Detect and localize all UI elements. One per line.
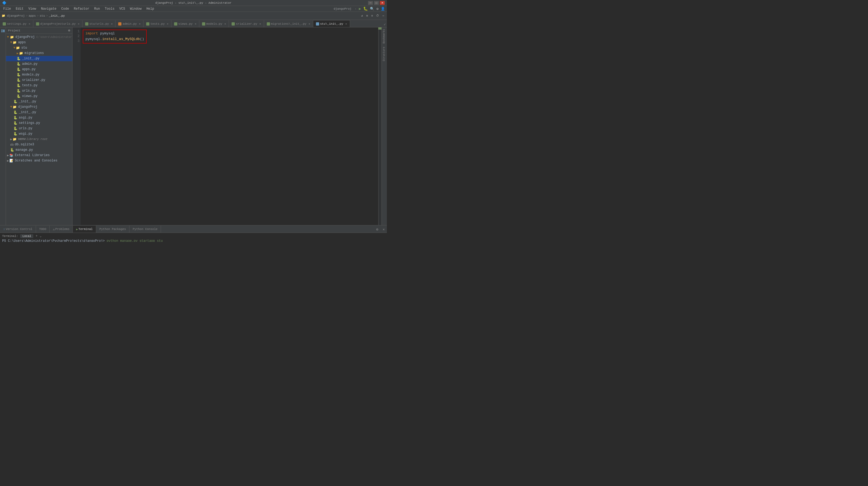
- tree-item-stu[interactable]: ▼ 📁 stu: [6, 45, 72, 51]
- menu-window[interactable]: Window: [128, 6, 144, 11]
- close-button[interactable]: ✕: [380, 1, 385, 5]
- problems-icon: ⚠: [53, 227, 55, 231]
- run-icon[interactable]: ▶: [358, 6, 362, 11]
- tab-migrations-init[interactable]: migrations\_init_.py ✕: [264, 20, 313, 27]
- tab-label-srializer: srializer.py: [236, 22, 257, 26]
- tab-close-models[interactable]: ✕: [224, 22, 226, 26]
- tab-stu-init[interactable]: stu\_init_.py ✕: [313, 20, 350, 27]
- menu-vcs[interactable]: VCS: [117, 6, 127, 11]
- tab-admin[interactable]: admin.py ✕: [116, 20, 144, 27]
- tree-item-root[interactable]: ▼ 📁 djangoProj C:\Users\Administrator\Py…: [6, 34, 72, 40]
- editor-content[interactable]: import pymysql pymysql.install_as_MySQLd…: [81, 27, 381, 225]
- settings-bottom-icon[interactable]: ⚙: [374, 226, 380, 233]
- tab-close-migrationsInit[interactable]: ✕: [309, 22, 310, 26]
- window-title: djangoProj - stu\_init\_.py - Administra…: [155, 1, 231, 5]
- tree-item-tests-py[interactable]: 🐍 tests.py: [6, 83, 72, 88]
- tree-item-models-py[interactable]: 🐍 models.py: [6, 72, 72, 78]
- menu-tools[interactable]: Tools: [103, 6, 117, 11]
- tree-item-init-py[interactable]: 🐍 _init_.py: [6, 56, 72, 61]
- tree-item-apps-py[interactable]: 🐍 apps.py: [6, 67, 72, 72]
- toolbar-diff[interactable]: ≊: [365, 14, 369, 18]
- tab-close-projecturls[interactable]: ✕: [78, 22, 80, 26]
- tab-python-packages[interactable]: Python Packages: [96, 226, 129, 233]
- tab-python-console[interactable]: Python Console: [129, 226, 161, 233]
- editor-area[interactable]: 1 2 3 import pymysql pymysql.install_as_…: [72, 27, 381, 225]
- tab-models[interactable]: models.py ✕: [199, 20, 229, 27]
- tab-label-todo: TODO: [39, 227, 46, 231]
- bookmarks-tab[interactable]: Bookmarks: [382, 27, 387, 45]
- tree-item-views-py[interactable]: 🐍 views.py: [6, 93, 72, 99]
- window-controls[interactable]: ─ □ ✕: [368, 1, 385, 5]
- user-icon[interactable]: 👤: [380, 7, 386, 11]
- settings-icon[interactable]: ⚙: [376, 7, 379, 11]
- menu-edit[interactable]: Edit: [14, 6, 26, 11]
- tree-item-migrations[interactable]: ▶ 📁 migrations: [6, 51, 72, 56]
- tab-project-urls[interactable]: djangoProjecturls.py ✕: [33, 20, 83, 27]
- bottom-tabs: ↕ Version Control TODO ⚠ Problems ▶ Term…: [0, 225, 387, 233]
- menu-run[interactable]: Run: [92, 6, 102, 11]
- close-bottom-icon[interactable]: ✕: [380, 226, 387, 233]
- tab-stu-urls[interactable]: stu/urls.py ✕: [83, 20, 116, 27]
- tab-close-settings[interactable]: ✕: [29, 22, 30, 26]
- terminal-content[interactable]: Terminal: Local + ⌄ PS C:\Users\Administ…: [0, 233, 387, 242]
- tree-item-admin-py[interactable]: 🐍 admin.py: [6, 61, 72, 67]
- tree-item-db-sqlite3[interactable]: 🗃 db.sqlite3: [6, 142, 72, 147]
- toolbar-history[interactable]: ⏱: [375, 14, 380, 18]
- tab-close-srializer[interactable]: ✕: [259, 22, 261, 26]
- project-panel-icon[interactable]: [1, 28, 5, 33]
- terminal-down-icon[interactable]: ⌄: [40, 234, 42, 238]
- maximize-button[interactable]: □: [374, 1, 379, 5]
- menu-refactor[interactable]: Refactor: [72, 6, 92, 11]
- external-libs-expand-icon: ▶: [7, 153, 9, 157]
- minimize-button[interactable]: ─: [368, 1, 373, 5]
- tree-item-srializer-py[interactable]: 🐍 srializer.py: [6, 78, 72, 83]
- tab-srializer[interactable]: srializer.py ✕: [229, 20, 264, 27]
- tree-item-urls-py[interactable]: 🐍 urls.py: [6, 88, 72, 93]
- menu-file[interactable]: File: [1, 6, 13, 11]
- tree-item-manage-py[interactable]: 🐍 manage.py: [6, 147, 72, 153]
- tree-item-proj-urls[interactable]: 🐍 urls.py: [6, 126, 72, 131]
- tree-item-djangoproj-pkg[interactable]: ▼ 📁 djangoProj: [6, 104, 72, 110]
- tree-item-stu-init[interactable]: 🐍 _init_.py: [6, 99, 72, 104]
- structure-tab[interactable]: Structure: [382, 45, 387, 63]
- tab-close-admin[interactable]: ✕: [139, 22, 141, 26]
- tree-item-venv[interactable]: ▶ 📁 venv library root: [6, 136, 72, 142]
- right-gutter: [378, 27, 381, 225]
- right-sidebar: Bookmarks Structure: [381, 27, 387, 225]
- menu-help[interactable]: Help: [144, 6, 156, 11]
- debug-icon[interactable]: 🐛: [363, 6, 369, 11]
- toolbar-revert[interactable]: ↺: [360, 14, 364, 18]
- tab-version-control[interactable]: ↕ Version Control: [0, 226, 36, 233]
- tree-item-external-libs[interactable]: ▶ 📚 External Libraries: [6, 153, 72, 158]
- scratches-icon: 📝: [9, 159, 13, 163]
- terminal-local-badge[interactable]: Local: [20, 234, 33, 238]
- tab-close-tests[interactable]: ✕: [167, 22, 168, 26]
- tab-close-views[interactable]: ✕: [195, 22, 196, 26]
- tree-item-wsgi[interactable]: 🐍 wsgi.py: [6, 131, 72, 136]
- tree-item-settings[interactable]: 🐍 settings.py: [6, 120, 72, 126]
- tree-item-asgi[interactable]: 🐍 asgi.py: [6, 115, 72, 120]
- tabs-more-button[interactable]: ✓: [382, 22, 387, 27]
- toolbar-more[interactable]: ⋯: [381, 14, 385, 18]
- tree-item-proj-init[interactable]: 🐍 _init_.py: [6, 110, 72, 115]
- terminal-add-icon[interactable]: +: [35, 234, 37, 238]
- tab-problems[interactable]: ⚠ Problems: [50, 226, 73, 233]
- menu-navigate[interactable]: Navigate: [39, 6, 59, 11]
- tree-item-scratches[interactable]: ▶ 📝 Scratches and Consoles: [6, 158, 72, 163]
- tab-todo[interactable]: TODO: [36, 226, 50, 233]
- menu-view[interactable]: View: [26, 6, 38, 11]
- tab-tests[interactable]: tests.py ✕: [144, 20, 172, 27]
- tree-item-apps[interactable]: ▼ 📁 apps: [6, 40, 72, 45]
- menu-code[interactable]: Code: [59, 6, 71, 11]
- tab-icon-settings: [3, 22, 6, 26]
- tab-views[interactable]: views.py ✕: [172, 20, 199, 27]
- toolbar-annotate[interactable]: ≡: [370, 14, 374, 18]
- tab-settings[interactable]: settings.py ✕: [0, 20, 33, 27]
- app-logo: 🔷: [2, 1, 6, 5]
- tab-terminal[interactable]: ▶ Terminal: [73, 226, 96, 233]
- tab-close-stuUrls[interactable]: ✕: [111, 22, 113, 26]
- tab-close-stuInit[interactable]: ✕: [345, 22, 347, 26]
- project-gear-icon[interactable]: ⚙: [68, 28, 70, 32]
- search-icon[interactable]: 🔍: [369, 7, 375, 11]
- tab-icon-projecturls: [36, 22, 39, 26]
